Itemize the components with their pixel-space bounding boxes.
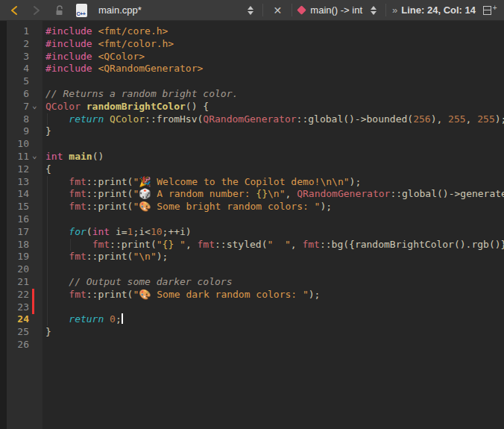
gutter-row[interactable]: 3 bbox=[7, 51, 42, 63]
indent-guide bbox=[47, 251, 48, 263]
code-token: ::global()->generate()); bbox=[390, 188, 504, 199]
symbol-dropdown-button[interactable] bbox=[368, 6, 379, 15]
code-line[interactable] bbox=[45, 339, 504, 351]
gutter-row[interactable]: 8 bbox=[7, 113, 42, 126]
code-token: "\n" bbox=[133, 251, 156, 262]
code-token: ); bbox=[350, 176, 362, 187]
code-line[interactable]: fmt::print("🎉 Welcome to the Copilot dem… bbox=[45, 176, 504, 189]
code-line[interactable]: #include <QColor> bbox=[45, 51, 504, 63]
code-token: <QRandomGenerator> bbox=[98, 63, 203, 74]
code-line[interactable]: fmt::print("\n"); bbox=[45, 251, 504, 263]
code-token: <fmt/color.h> bbox=[98, 38, 174, 49]
gutter-row[interactable]: 13 bbox=[7, 176, 42, 189]
forward-button[interactable] bbox=[28, 2, 45, 19]
gutter-row[interactable]: 19 bbox=[7, 251, 42, 263]
code-line[interactable]: } bbox=[45, 326, 504, 339]
gutter-row[interactable]: 10 bbox=[7, 138, 42, 151]
code-line[interactable]: return 0; bbox=[45, 313, 504, 326]
gutter-row[interactable]: 12 bbox=[7, 163, 42, 176]
code-line[interactable]: // Output some darker colors bbox=[45, 276, 504, 289]
fold-chevron-icon[interactable]: ⌄ bbox=[32, 100, 37, 113]
gutter-row[interactable]: 16 bbox=[7, 213, 42, 226]
code-line[interactable]: } bbox=[45, 125, 504, 138]
gutter-row[interactable]: 2 bbox=[7, 38, 42, 51]
code-token: // Output some darker colors bbox=[69, 276, 232, 287]
back-button[interactable] bbox=[6, 2, 22, 19]
code-token bbox=[45, 251, 69, 262]
code-token bbox=[104, 113, 110, 125]
code-line[interactable]: return QColor::fromHsv(QRandomGenerator:… bbox=[45, 113, 504, 126]
indent-guide bbox=[47, 276, 48, 289]
code-token bbox=[104, 313, 110, 325]
gutter-row[interactable]: 1 bbox=[7, 25, 42, 38]
gutter-row[interactable]: 25 bbox=[7, 326, 42, 339]
gutter: 1234567⌄891011⌄1213141516171819202122232… bbox=[7, 21, 42, 429]
editor-left-edge bbox=[0, 21, 7, 429]
code-line[interactable]: #include <fmt/color.h> bbox=[45, 38, 504, 51]
chevron-up-icon bbox=[371, 6, 377, 10]
code-area[interactable]: #include <fmt/core.h>#include <fmt/color… bbox=[42, 21, 504, 429]
gutter-row[interactable]: 6 bbox=[7, 88, 42, 101]
code-line[interactable]: fmt::print("🎲 A random number: {}\n", QR… bbox=[45, 188, 504, 201]
indent-guide bbox=[47, 313, 48, 326]
code-token: , bbox=[291, 239, 303, 250]
code-line[interactable] bbox=[45, 301, 504, 314]
code-token: ::styled( bbox=[215, 239, 267, 250]
gutter-row[interactable]: 15 bbox=[7, 201, 42, 213]
indent-guide bbox=[47, 301, 48, 314]
gutter-row[interactable]: 9 bbox=[7, 125, 42, 138]
gutter-marker-column bbox=[29, 51, 42, 63]
code-line[interactable] bbox=[45, 138, 504, 151]
code-token: #include bbox=[45, 38, 92, 49]
code-token: ); bbox=[309, 289, 321, 300]
gutter-row[interactable]: 4 bbox=[7, 63, 42, 75]
code-line[interactable]: fmt::print("🎨 Some dark random colors: "… bbox=[45, 289, 504, 301]
gutter-row[interactable]: 22 bbox=[7, 289, 42, 301]
gutter-row[interactable]: 18 bbox=[7, 239, 42, 251]
code-token: () { bbox=[186, 101, 209, 112]
code-line[interactable]: { bbox=[45, 163, 504, 176]
line-number: 13 bbox=[7, 176, 29, 189]
code-line[interactable]: for(int i=1;i<10;++i) bbox=[45, 226, 504, 239]
code-token bbox=[45, 226, 69, 237]
code-token: 0 bbox=[110, 313, 116, 325]
code-token: ), bbox=[431, 113, 448, 125]
toolbar-divider bbox=[262, 4, 263, 16]
fold-chevron-icon[interactable]: ⌄ bbox=[32, 150, 37, 163]
text-cursor bbox=[122, 313, 123, 324]
gutter-row[interactable]: 5 bbox=[7, 75, 42, 88]
code-token: QRandomGenerator bbox=[203, 113, 296, 125]
code-line[interactable] bbox=[45, 213, 504, 226]
close-document-button[interactable]: ✕ bbox=[269, 2, 286, 19]
code-line[interactable]: int main() bbox=[45, 151, 504, 163]
code-line[interactable]: fmt::print("{} ", fmt::styled(" ", fmt::… bbox=[45, 239, 504, 251]
document-dropdown-button[interactable] bbox=[245, 6, 256, 15]
gutter-row[interactable]: 23 bbox=[7, 301, 42, 314]
gutter-row[interactable]: 11⌄ bbox=[7, 151, 42, 163]
code-token: " " bbox=[267, 239, 290, 250]
code-token: " bbox=[157, 239, 163, 250]
code-line[interactable]: #include <fmt/core.h> bbox=[45, 25, 504, 38]
lock-button[interactable] bbox=[51, 2, 67, 19]
code-token: ::print( bbox=[86, 176, 133, 187]
code-line[interactable]: #include <QRandomGenerator> bbox=[45, 63, 504, 75]
symbol-selector[interactable]: main() -> int bbox=[298, 4, 379, 16]
code-line[interactable]: fmt::print("🎨 Some bright random colors:… bbox=[45, 201, 504, 213]
code-line[interactable]: QColor randomBrightColor() { bbox=[45, 101, 504, 113]
code-token: , bbox=[286, 188, 297, 199]
gutter-row[interactable]: 21 bbox=[7, 276, 42, 289]
gutter-row[interactable]: 26 bbox=[7, 339, 42, 351]
code-line[interactable]: // Returns a random bright color. bbox=[45, 88, 504, 101]
code-token: , bbox=[186, 239, 198, 250]
gutter-row[interactable]: 7⌄ bbox=[7, 101, 42, 113]
open-file-title: main.cpp* bbox=[98, 4, 142, 16]
split-editor-button[interactable]: + bbox=[482, 2, 498, 19]
gutter-marker-column bbox=[29, 176, 42, 189]
code-line[interactable] bbox=[45, 263, 504, 276]
gutter-marker-column bbox=[29, 201, 42, 213]
gutter-row[interactable]: 20 bbox=[7, 263, 42, 276]
gutter-row[interactable]: 17 bbox=[7, 226, 42, 239]
gutter-row[interactable]: 24 bbox=[7, 313, 42, 326]
code-line[interactable] bbox=[45, 75, 504, 88]
gutter-row[interactable]: 14 bbox=[7, 188, 42, 201]
